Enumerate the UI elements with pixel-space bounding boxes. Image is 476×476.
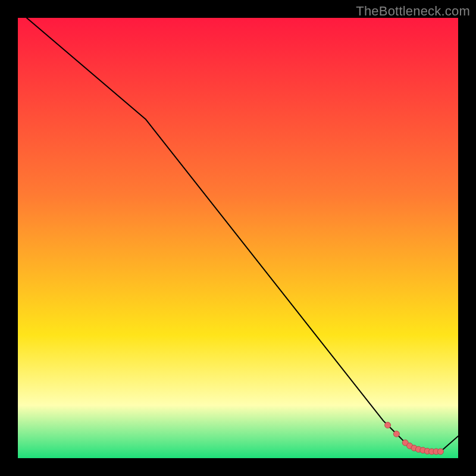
gradient-background <box>18 18 458 458</box>
chart-stage: TheBottleneck.com <box>0 0 476 476</box>
watermark-text: TheBottleneck.com <box>356 4 470 19</box>
marker-point <box>437 449 443 455</box>
marker-point <box>393 431 399 437</box>
marker-point <box>385 422 391 428</box>
bottleneck-chart <box>18 18 458 458</box>
